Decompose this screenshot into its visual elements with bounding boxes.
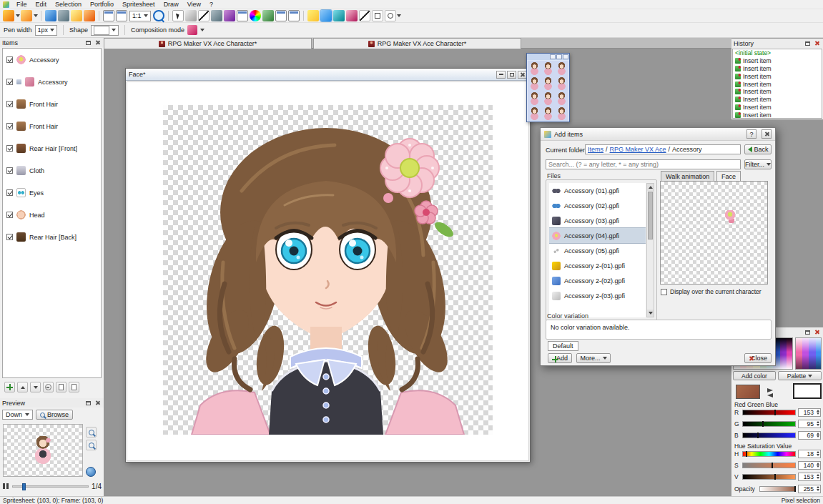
display-over-option[interactable]: Display over the current character xyxy=(661,288,762,295)
palette-button[interactable]: Palette xyxy=(778,371,822,380)
browse-button[interactable]: Browse xyxy=(36,410,73,420)
preview-refresh-button[interactable] xyxy=(86,467,96,477)
item-row-front-hair-2[interactable]: Front Hair xyxy=(3,115,101,137)
item-row-rear-hair-back[interactable]: Rear Hair [Back] xyxy=(3,226,101,248)
item-row-eyes[interactable]: Eyes xyxy=(3,182,101,204)
add-color-button[interactable]: Add color xyxy=(733,371,776,380)
dialog-titlebar[interactable]: Add items ? xyxy=(541,128,775,141)
back-button[interactable]: Back xyxy=(744,144,772,154)
move-item-up-button[interactable] xyxy=(17,382,28,392)
green-spinner[interactable]: 95 xyxy=(798,420,821,428)
new-dropdown-icon[interactable] xyxy=(15,14,20,17)
breadcrumb[interactable]: Items / RPG Maker VX Ace / Accessory xyxy=(585,144,741,154)
color-close-button[interactable] xyxy=(813,329,821,336)
brush-tool-icon[interactable] xyxy=(320,10,332,21)
pointer-tool-icon[interactable] xyxy=(172,10,184,21)
secondary-color-swatch[interactable] xyxy=(793,383,822,399)
filter-button[interactable]: Filter... xyxy=(744,159,772,169)
more-button[interactable]: More... xyxy=(576,353,611,363)
file-row[interactable]: Accessory 2-(02).gpfi xyxy=(549,273,646,288)
preview-zoom-in-button[interactable] xyxy=(86,427,97,438)
menu-portfolio[interactable]: Portfolio xyxy=(86,0,118,9)
tab-face[interactable]: Face xyxy=(716,171,741,181)
pen-width-spinner[interactable]: 1px xyxy=(35,25,58,36)
history-entry[interactable]: Insert item xyxy=(733,80,822,88)
maximize-button[interactable] xyxy=(507,71,516,79)
close-button[interactable]: Close xyxy=(744,353,772,363)
spritesheet-minimize-button[interactable] xyxy=(550,54,556,59)
spritesheet-maximize-button[interactable] xyxy=(556,54,562,59)
hue-spinner[interactable]: 18 xyxy=(798,450,821,458)
item-visible-checkbox[interactable] xyxy=(6,234,13,240)
tileset-icon[interactable] xyxy=(275,10,287,21)
default-variation-chip[interactable]: Default xyxy=(548,341,578,351)
history-entry[interactable]: Insert item xyxy=(733,57,822,65)
save-icon[interactable] xyxy=(45,10,56,21)
magic-wand-icon[interactable] xyxy=(224,10,235,21)
red-slider[interactable] xyxy=(742,410,796,415)
item-visible-checkbox[interactable] xyxy=(6,189,13,196)
menu-help[interactable]: ? xyxy=(205,0,217,9)
frame-slider[interactable] xyxy=(12,485,89,488)
file-row[interactable]: Accessory (01).gpfi xyxy=(549,183,646,198)
move-item-down-button[interactable] xyxy=(30,382,41,392)
item-row-rear-hair-front[interactable]: Rear Hair [Front] xyxy=(3,137,101,159)
item-visible-checkbox[interactable] xyxy=(6,212,13,218)
face-artwork[interactable] xyxy=(163,105,493,435)
spritesheet-float-window[interactable] xyxy=(526,53,570,122)
add-button[interactable]: Add xyxy=(548,353,572,363)
saturation-slider[interactable] xyxy=(742,463,796,468)
add-item-button[interactable] xyxy=(4,382,15,392)
menu-edit[interactable]: Edit xyxy=(31,0,51,9)
saved-swatches-grid[interactable] xyxy=(795,337,822,370)
open-dropdown-icon[interactable] xyxy=(33,14,38,17)
lasso-select-icon[interactable] xyxy=(211,10,222,21)
item-row-front-hair-1[interactable]: Front Hair xyxy=(3,93,101,115)
shape-select[interactable] xyxy=(91,25,119,36)
value-spinner[interactable]: 153 xyxy=(798,473,821,481)
face-canvas-area[interactable] xyxy=(127,81,529,461)
red-spinner[interactable]: 153 xyxy=(798,408,821,417)
file-row[interactable]: Accessory (03).gpfi xyxy=(549,213,646,228)
scroll-up-button[interactable] xyxy=(647,184,654,191)
file-row-selected[interactable]: Accessory (04).gpfi xyxy=(549,228,646,243)
breadcrumb-rpgmaker-link[interactable]: RPG Maker VX Ace xyxy=(610,146,666,153)
item-row-accessory-2[interactable]: Accessory xyxy=(3,71,101,93)
history-entry[interactable]: Insert item xyxy=(733,72,822,80)
hue-slider[interactable] xyxy=(742,451,796,457)
swap-colors-icon[interactable] xyxy=(262,10,274,21)
document-tab-2[interactable]: RPG Maker VX Ace Character* xyxy=(313,38,521,49)
item-visible-checkbox[interactable] xyxy=(6,79,13,85)
zoom-tool-icon[interactable] xyxy=(153,10,164,21)
tab-walk-animation[interactable]: Walk animation xyxy=(661,171,714,181)
item-row-cloth[interactable]: Cloth xyxy=(3,159,101,182)
pause-icon[interactable] xyxy=(2,483,9,490)
history-entry[interactable]: Insert item xyxy=(733,104,822,112)
scroll-down-button[interactable] xyxy=(647,310,654,317)
dialog-close-button[interactable] xyxy=(762,129,772,139)
item-visible-checkbox[interactable] xyxy=(6,145,13,152)
menu-file[interactable]: File xyxy=(12,0,31,9)
display-over-checkbox[interactable] xyxy=(661,289,667,295)
spritesheet-close-button[interactable] xyxy=(563,54,568,59)
menu-selection[interactable]: Selection xyxy=(51,0,86,9)
item-visible-checkbox[interactable] xyxy=(6,56,13,63)
frame-slider-handle[interactable] xyxy=(22,483,26,490)
ellipse-tool-icon[interactable] xyxy=(385,10,396,21)
saturation-spinner[interactable]: 140 xyxy=(798,461,821,470)
history-entry[interactable]: Insert item xyxy=(733,96,822,104)
menu-spritesheet[interactable]: Spritesheet xyxy=(118,0,159,9)
open-icon[interactable] xyxy=(21,10,32,21)
items-close-button[interactable] xyxy=(94,39,102,46)
undo-icon[interactable] xyxy=(71,10,82,21)
spritesheet-view-icon[interactable] xyxy=(103,10,114,21)
green-slider[interactable] xyxy=(742,421,796,427)
swap-colors-icon[interactable] xyxy=(767,388,773,397)
zoom-level-combo[interactable]: 1:1 xyxy=(129,11,151,21)
item-visible-checkbox[interactable] xyxy=(6,167,13,174)
document-tab-1[interactable]: RPG Maker VX Ace Character* xyxy=(104,38,312,49)
history-entry[interactable]: Insert item xyxy=(733,65,822,73)
fill-tool-icon[interactable] xyxy=(333,10,345,21)
eyedropper-tool-icon[interactable] xyxy=(346,10,358,21)
item-row-accessory-1[interactable]: Accessory xyxy=(3,49,101,71)
